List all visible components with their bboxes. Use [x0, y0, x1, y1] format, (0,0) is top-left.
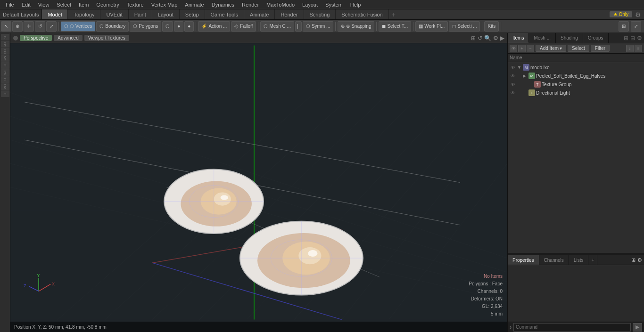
mode4-icon: ⬡ [165, 24, 170, 29]
filter-button[interactable]: Filter [591, 45, 610, 52]
toolbar-workplane-btn[interactable]: ▦ Work Pl... [415, 21, 448, 32]
command-input[interactable] [513, 323, 631, 332]
sidebar-item-7[interactable]: C [1, 76, 9, 83]
menu-dynamics[interactable]: Dynamics [208, 0, 238, 9]
item-row-modo-lxo[interactable]: 👁 ▼ M modo.lxo [508, 63, 644, 72]
panel-eye-icon[interactable]: 👁 [510, 45, 517, 52]
toolbar-display-btn[interactable]: ⊞ [619, 21, 629, 32]
panel-collapse-icon[interactable]: ⊟ [630, 35, 635, 41]
menu-edit[interactable]: Edit [18, 0, 34, 9]
command-exec-button[interactable]: ▶ [633, 323, 642, 332]
panel-expand-icon[interactable]: ⊞ [624, 35, 628, 41]
layout-tab-layout[interactable]: Layout [152, 9, 180, 19]
item-eye-texgroup[interactable]: 👁 [510, 81, 516, 88]
layout-tab-schematic[interactable]: Schematic Fusion [336, 9, 388, 19]
toolbar-boundary-btn[interactable]: ⬡ Boundary [96, 21, 129, 32]
properties-tab-properties[interactable]: Properties [508, 255, 539, 265]
panel-add-icon[interactable]: + [518, 45, 526, 52]
toolbar-rotate-btn[interactable]: ↺ [35, 21, 45, 32]
menu-system[interactable]: System [322, 0, 347, 9]
toolbar-snapping-btn[interactable]: ⊕ ⊕ Snapping [338, 21, 374, 32]
menu-item[interactable]: Item [75, 0, 92, 9]
menu-vertexmap[interactable]: Vertex Map [148, 0, 182, 9]
layout-preset-selector[interactable]: Default Layouts [0, 9, 42, 19]
item-eye-egg[interactable]: 👁 [510, 73, 516, 79]
toolbar-kits-btn[interactable]: Kits [484, 21, 499, 32]
panel-tab-items[interactable]: Items [508, 33, 529, 43]
layout-tab-scripting[interactable]: Scripting [304, 9, 336, 19]
menu-view[interactable]: View [34, 0, 53, 9]
item-row-egg[interactable]: 👁 ▶ M Peeled_Soft_Boiled_Egg_Halves [508, 72, 644, 80]
toolbar-mode4-btn[interactable]: ⬡ [162, 21, 173, 32]
boundary-label: Boundary [105, 24, 125, 29]
menu-animate[interactable]: Animate [181, 0, 207, 9]
menu-select[interactable]: Select [53, 0, 75, 9]
menu-maxtomodo[interactable]: MaxToModo [263, 0, 298, 9]
toolbar-action-btn[interactable]: ⚡ Action ... [198, 21, 230, 32]
properties-tab-channels[interactable]: Channels [539, 255, 569, 265]
toolbar-transform-btn[interactable]: ⊕ [12, 21, 23, 32]
panel-tab-mesh[interactable]: Mesh ... [529, 33, 556, 43]
toolbar-fullscreen-btn[interactable]: ⤢ [631, 21, 641, 32]
toolbar-mesh-btn[interactable]: ⬡ Mesh C ... [260, 21, 294, 32]
3d-scene[interactable]: X Y Z [10, 33, 507, 332]
layout-tab-model[interactable]: Model [42, 9, 68, 19]
toolbar-scale-btn[interactable]: ⤢ [46, 21, 57, 32]
layout-tab-gametools[interactable]: Game Tools [205, 9, 245, 19]
item-row-light[interactable]: 👁 ▶ L Directional Light [508, 89, 644, 97]
sidebar-item-1[interactable]: B [1, 34, 9, 40]
properties-settings-icon[interactable]: ⚙ [637, 257, 642, 263]
menu-texture[interactable]: Texture [123, 0, 148, 9]
menu-help[interactable]: Help [347, 0, 365, 9]
layout-tab-setup[interactable]: Setup [180, 9, 205, 19]
panel-remove-icon[interactable]: − [527, 45, 534, 52]
sidebar-item-9[interactable]: F [1, 90, 9, 97]
properties-tab-add[interactable]: + [588, 255, 597, 265]
star-only-button[interactable]: ★ Only [610, 11, 632, 17]
layout-tab-topology[interactable]: Topology [68, 9, 100, 19]
toolbar-mode5-btn[interactable]: ● [174, 21, 183, 32]
select-button[interactable]: Select [568, 45, 589, 52]
menu-render[interactable]: Render [238, 0, 263, 9]
command-arrow[interactable]: › [510, 324, 512, 331]
viewport-area[interactable]: Perspective Advanced Viewport Textures ⊞… [10, 33, 507, 332]
panel-settings-icon[interactable]: ⚙ [637, 35, 642, 41]
sidebar-item-5[interactable]: E [1, 62, 9, 69]
panel-tab-shading[interactable]: Shading [556, 33, 583, 43]
sidebar-item-6[interactable]: Po [1, 69, 9, 76]
toolbar-move-btn[interactable]: ✛ [24, 21, 34, 32]
layout-tab-render[interactable]: Render [275, 9, 304, 19]
add-item-button[interactable]: Add Item ▾ [536, 45, 566, 52]
properties-tab-lists[interactable]: Lists [569, 255, 589, 265]
sidebar-item-3[interactable]: Du [1, 48, 9, 55]
layout-options-icon[interactable]: ⚙ [635, 11, 641, 18]
toolbar-selitem-btn[interactable]: ◻ Selecti ... [449, 21, 480, 32]
layout-tab-animate[interactable]: Animate [244, 9, 275, 19]
item-arrow-egg[interactable]: ▶ [523, 73, 528, 78]
panel-sort-icon[interactable]: ↕ [626, 45, 634, 52]
menu-layout[interactable]: Layout [298, 0, 322, 9]
layout-tab-add[interactable]: + [389, 9, 398, 19]
menu-geometry[interactable]: Geometry [92, 0, 123, 9]
item-arrow-modo-lxo[interactable]: ▼ [517, 65, 522, 70]
toolbar-falloff-btn[interactable]: ◎ Falloff [231, 21, 256, 32]
toolbar-mode6-btn[interactable]: ● [184, 21, 194, 32]
panel-menu-icon[interactable]: ≡ [635, 45, 642, 52]
layout-tab-paint[interactable]: Paint [129, 9, 152, 19]
item-row-texgroup[interactable]: 👁 ▶ T Texture Group [508, 80, 644, 89]
toolbar-vertices-btn[interactable]: ⬡ ⬡ Vertices [61, 21, 95, 32]
properties-expand-icon[interactable]: ⊞ [631, 257, 636, 263]
sidebar-item-4[interactable]: Me [1, 55, 9, 62]
toolbar-polygons-btn[interactable]: ⬡ Polygons [130, 21, 161, 32]
menu-file[interactable]: File [2, 0, 18, 9]
sidebar-item-2[interactable]: De [1, 41, 9, 48]
panel-tab-groups[interactable]: Groups [583, 33, 609, 43]
toolbar-paintbar-btn[interactable]: | [295, 21, 302, 32]
layout-tab-uvedit[interactable]: UVEdit [100, 9, 128, 19]
toolbar-symmetry-btn[interactable]: ⬡ Symm ... [303, 21, 333, 32]
toolbar-selecttool-btn[interactable]: ◼ Select T... [379, 21, 411, 32]
sidebar-item-8[interactable]: UV [1, 83, 9, 90]
item-eye-light[interactable]: 👁 [510, 89, 516, 96]
toolbar-select-btn[interactable]: ↖ [1, 21, 11, 32]
item-eye-modo-lxo[interactable]: 👁 [510, 64, 516, 71]
